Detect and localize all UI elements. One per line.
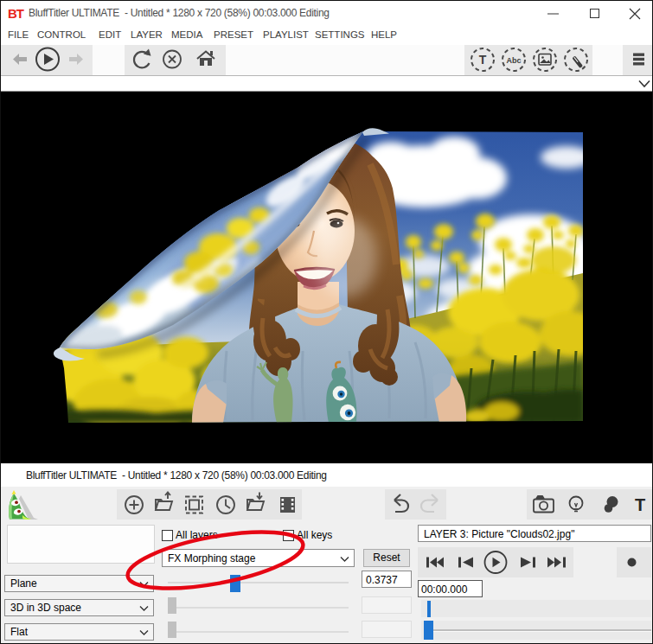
svg-text:Abc: Abc: [506, 56, 521, 65]
svg-text:T: T: [635, 495, 645, 514]
svg-text:T: T: [479, 53, 487, 67]
